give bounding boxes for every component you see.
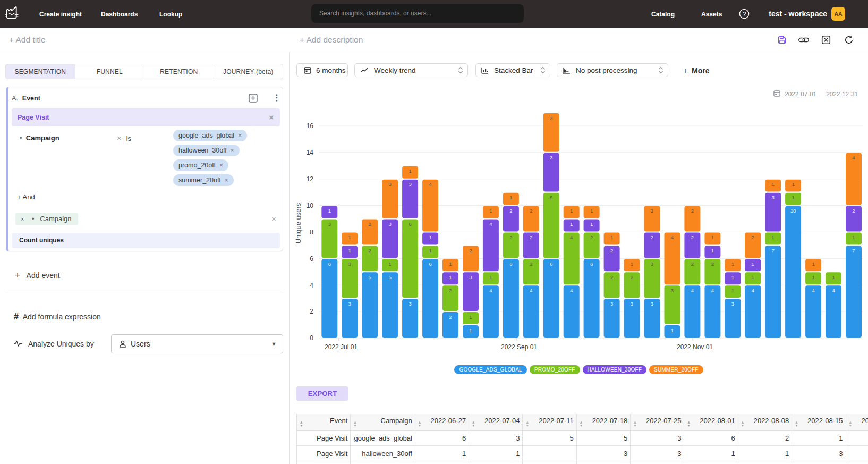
svg-text:1: 1 bbox=[792, 195, 794, 200]
svg-text:12: 12 bbox=[307, 175, 314, 183]
svg-text:2: 2 bbox=[691, 234, 694, 240]
svg-text:1: 1 bbox=[570, 208, 573, 214]
svg-text:0: 0 bbox=[310, 334, 313, 342]
svg-text:6: 6 bbox=[409, 221, 411, 227]
svg-text:7: 7 bbox=[852, 248, 855, 254]
svg-text:6: 6 bbox=[590, 261, 593, 267]
svg-text:6: 6 bbox=[328, 261, 331, 267]
svg-text:2: 2 bbox=[711, 261, 714, 267]
svg-text:1: 1 bbox=[489, 274, 492, 280]
svg-text:4: 4 bbox=[429, 181, 432, 187]
svg-text:3: 3 bbox=[389, 221, 392, 227]
svg-text:1: 1 bbox=[731, 274, 734, 280]
svg-text:3: 3 bbox=[631, 301, 633, 307]
svg-text:6: 6 bbox=[310, 255, 313, 263]
svg-text:1: 1 bbox=[429, 248, 431, 254]
svg-text:2: 2 bbox=[590, 234, 593, 240]
svg-text:1: 1 bbox=[631, 261, 633, 267]
svg-text:1: 1 bbox=[610, 234, 613, 240]
svg-text:1: 1 bbox=[772, 181, 775, 187]
svg-text:3: 3 bbox=[469, 274, 472, 280]
svg-text:2: 2 bbox=[631, 274, 633, 280]
svg-text:1: 1 bbox=[509, 195, 512, 200]
svg-text:4: 4 bbox=[852, 155, 855, 161]
svg-text:1: 1 bbox=[489, 208, 492, 214]
svg-text:3: 3 bbox=[409, 301, 411, 307]
svg-text:1: 1 bbox=[348, 248, 351, 254]
svg-text:3: 3 bbox=[550, 115, 552, 121]
svg-text:1: 1 bbox=[772, 234, 775, 240]
svg-text:3: 3 bbox=[348, 301, 351, 307]
svg-text:2: 2 bbox=[369, 221, 371, 227]
svg-text:2: 2 bbox=[651, 234, 653, 240]
svg-text:1: 1 bbox=[752, 274, 754, 280]
svg-text:2: 2 bbox=[530, 261, 532, 267]
svg-text:1: 1 bbox=[590, 208, 593, 214]
svg-text:4: 4 bbox=[489, 221, 492, 227]
svg-text:3: 3 bbox=[550, 155, 552, 161]
svg-text:1: 1 bbox=[832, 274, 835, 280]
svg-text:2: 2 bbox=[852, 208, 855, 214]
svg-text:3: 3 bbox=[389, 181, 392, 187]
svg-text:1: 1 bbox=[348, 234, 351, 240]
svg-text:1: 1 bbox=[752, 261, 754, 267]
svg-text:16: 16 bbox=[307, 122, 314, 130]
svg-text:6: 6 bbox=[550, 261, 552, 267]
svg-text:4: 4 bbox=[489, 288, 492, 293]
svg-text:1: 1 bbox=[409, 168, 411, 174]
svg-text:3: 3 bbox=[409, 181, 411, 187]
svg-text:1: 1 bbox=[852, 234, 855, 240]
svg-text:5: 5 bbox=[369, 274, 371, 280]
svg-text:4: 4 bbox=[671, 234, 674, 240]
svg-text:2: 2 bbox=[610, 274, 613, 280]
svg-text:4: 4 bbox=[310, 282, 313, 289]
svg-text:1: 1 bbox=[389, 261, 392, 267]
svg-text:1: 1 bbox=[328, 208, 331, 214]
svg-text:4: 4 bbox=[711, 288, 714, 293]
svg-text:2: 2 bbox=[509, 234, 512, 240]
svg-text:2: 2 bbox=[752, 234, 754, 240]
svg-text:10: 10 bbox=[790, 208, 796, 214]
svg-text:1: 1 bbox=[792, 181, 794, 187]
svg-text:1: 1 bbox=[469, 314, 472, 320]
svg-text:2: 2 bbox=[369, 248, 371, 254]
svg-text:2: 2 bbox=[449, 288, 452, 293]
svg-text:6: 6 bbox=[509, 261, 512, 267]
svg-text:3: 3 bbox=[328, 221, 331, 227]
svg-text:4: 4 bbox=[752, 288, 755, 293]
svg-text:1: 1 bbox=[731, 261, 734, 267]
svg-text:4: 4 bbox=[570, 234, 573, 240]
svg-text:2: 2 bbox=[449, 314, 452, 320]
svg-text:2: 2 bbox=[469, 248, 472, 254]
svg-text:1: 1 bbox=[711, 234, 714, 240]
svg-text:5: 5 bbox=[389, 274, 392, 280]
svg-text:1: 1 bbox=[449, 274, 452, 280]
svg-text:1: 1 bbox=[469, 327, 472, 333]
svg-text:3: 3 bbox=[671, 288, 674, 293]
svg-text:1: 1 bbox=[570, 221, 573, 227]
svg-text:2: 2 bbox=[691, 261, 694, 267]
svg-text:1: 1 bbox=[449, 261, 452, 267]
svg-text:1: 1 bbox=[429, 234, 431, 240]
svg-text:2: 2 bbox=[310, 308, 313, 315]
svg-text:1: 1 bbox=[731, 288, 734, 293]
svg-text:1: 1 bbox=[812, 261, 814, 267]
svg-text:2: 2 bbox=[509, 208, 512, 214]
svg-text:4: 4 bbox=[812, 288, 815, 293]
svg-text:1: 1 bbox=[590, 221, 593, 227]
svg-text:3: 3 bbox=[651, 261, 653, 267]
svg-text:3: 3 bbox=[651, 301, 653, 307]
svg-text:4: 4 bbox=[530, 288, 533, 293]
svg-text:Unique users: Unique users bbox=[294, 203, 302, 243]
svg-text:2: 2 bbox=[691, 208, 694, 214]
svg-text:1: 1 bbox=[812, 274, 814, 280]
svg-text:3: 3 bbox=[610, 301, 613, 307]
svg-text:3: 3 bbox=[772, 195, 775, 200]
svg-text:8: 8 bbox=[310, 229, 313, 236]
svg-text:1: 1 bbox=[711, 248, 714, 254]
svg-text:7: 7 bbox=[772, 248, 775, 254]
svg-text:2: 2 bbox=[530, 208, 532, 214]
svg-text:4: 4 bbox=[691, 288, 694, 293]
svg-text:2022 Jul 01: 2022 Jul 01 bbox=[325, 343, 358, 351]
svg-text:2: 2 bbox=[530, 234, 532, 240]
